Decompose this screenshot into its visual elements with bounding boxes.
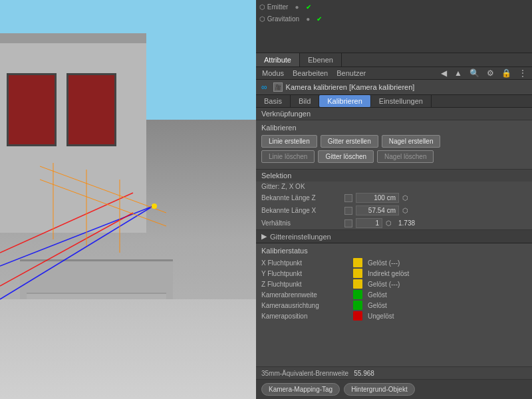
bekannte-lange-z-row: Bekannte Länge Z ⬡ — [256, 192, 532, 204]
linie-loschen-button[interactable]: Linie löschen — [261, 150, 315, 163]
linie-erstellen-button[interactable]: Linie erstellen — [261, 135, 317, 148]
y-fluchtpunkt-status: Indirekt gelöst — [368, 270, 409, 277]
kamerabrennweite-label: Kamerabrennweite — [261, 291, 348, 299]
verknupfungen-label: Verknüpfungen — [256, 108, 532, 120]
emitter-label: ⬡ Emitter — [259, 3, 288, 11]
gitter-arrow-icon: ▶ — [261, 232, 267, 241]
svg-line-1 — [0, 206, 153, 299]
kameraposition-indicator — [353, 311, 362, 321]
settings-icon[interactable]: ⚙ — [485, 68, 496, 78]
tab-attribute[interactable]: Attribute — [256, 53, 300, 66]
calibration-overlay — [0, 0, 256, 399]
kameraausrichtung-row: Kameraausrichtung Gelöst — [261, 300, 527, 311]
bearbeiten-button[interactable]: Bearbeiten — [290, 68, 331, 78]
bekannte-lange-z-stepper[interactable]: ⬡ — [402, 194, 408, 201]
kamerabrennweite-indicator — [353, 290, 362, 299]
svg-line-2 — [0, 193, 133, 253]
bekannte-lange-z-input[interactable] — [356, 193, 399, 203]
kamerabrennweite-row: Kamerabrennweite Gelöst — [261, 289, 527, 300]
verhaltnis-input[interactable] — [356, 218, 382, 228]
selektion-section: Selektion Gitter: Z, X OK Bekannte Länge… — [256, 170, 532, 230]
attribute-panel: ⬡ Emitter ● ✔ ⬡ Gravitation ● ✔ Attribut… — [256, 0, 532, 399]
kamera-mapping-tag-button[interactable]: Kamera-Mapping-Tag — [261, 383, 340, 396]
lock-icon[interactable]: 🔒 — [499, 68, 513, 78]
kameraausrichtung-label: Kameraausrichtung — [261, 302, 348, 309]
brennweite-value: 55.968 — [354, 370, 374, 377]
kamerabrennweite-status: Gelöst — [368, 291, 387, 299]
3d-viewport[interactable]: ↖ — [0, 0, 256, 399]
gitter-ok-label: Gitter: Z, X OK — [261, 183, 341, 190]
modus-button[interactable]: Modus — [259, 68, 287, 78]
object-header: ∞ 🎥 Kamera kalibrieren [Kamera kalibrier… — [256, 80, 532, 95]
object-icon: 🎥 — [273, 82, 283, 92]
selektion-title: Selektion — [256, 170, 532, 182]
calibration-point[interactable] — [152, 203, 157, 209]
kameraausrichtung-indicator — [353, 301, 362, 310]
sub-tab-kalibrieren[interactable]: Kalibrieren — [319, 95, 371, 107]
gitter-label: Gittereinstellungen — [270, 233, 331, 241]
bekannte-lange-x-input[interactable] — [356, 205, 399, 215]
y-fluchtpunkt-label: Y Fluchtpunkt — [261, 270, 348, 277]
benutzer-button[interactable]: Benutzer — [334, 68, 368, 78]
bottom-buttons: Kamera-Mapping-Tag Hintergrund-Objekt — [256, 380, 532, 399]
svg-line-0 — [0, 206, 153, 266]
gitter-loschen-button[interactable]: Gitter löschen — [318, 150, 374, 163]
back-icon[interactable]: ◀ — [439, 68, 449, 78]
hintergrund-objekt-button[interactable]: Hintergrund-Objekt — [344, 383, 414, 396]
kameraposition-row: Kameraposition Ungelöst — [261, 311, 527, 321]
bekannte-lange-x-label: Bekannte Länge X — [261, 207, 341, 214]
x-fluchtpunkt-label: X Fluchtpunkt — [261, 259, 348, 267]
nagel-loschen-button[interactable]: Nagel löschen — [377, 150, 434, 163]
verhaltnis-checkbox[interactable] — [344, 219, 352, 227]
z-fluchtpunkt-label: Z Fluchtpunkt — [261, 281, 348, 288]
cal-buttons-row1: Linie erstellen Gitter erstellen Nagel e… — [261, 135, 527, 148]
verhaltnis-stepper[interactable]: ⬡ — [386, 219, 392, 227]
scene-objects-strip: ⬡ Emitter ● ✔ ⬡ Gravitation ● ✔ — [256, 0, 532, 53]
kalibrieren-title: Kalibrieren — [261, 124, 527, 132]
verhaltnis-label: Verhältnis — [261, 219, 341, 227]
z-fluchtpunkt-indicator — [353, 279, 362, 289]
bekannte-lange-x-checkbox[interactable] — [344, 207, 352, 215]
verhaltnis-row: Verhältnis ⬡ 1.738 — [256, 217, 532, 229]
kameraausrichtung-status: Gelöst — [368, 302, 387, 309]
svg-line-3 — [0, 213, 133, 286]
toolbar: Modus Bearbeiten Benutzer ◀ ▲ 🔍 ⚙ 🔒 ⋮ — [256, 67, 532, 80]
x-fluchtpunkt-row: X Fluchtpunkt Gelöst (---) — [261, 257, 527, 268]
gravitation-label: ⬡ Gravitation — [259, 15, 299, 23]
bekannte-lange-x-stepper[interactable]: ⬡ — [402, 207, 408, 214]
verhaltnis-value: 1.738 — [398, 219, 415, 227]
object-title: Kamera kalibrieren [Kamera kalibrieren] — [286, 83, 415, 91]
bekannte-lange-z-checkbox[interactable] — [344, 194, 352, 202]
x-fluchtpunkt-indicator — [353, 258, 362, 267]
search-icon[interactable]: 🔍 — [467, 68, 481, 78]
y-fluchtpunkt-indicator — [353, 269, 362, 278]
kalibrieren-section: Kalibrieren Linie erstellen Gitter erste… — [256, 120, 532, 170]
bekannte-lange-z-label: Bekannte Länge Z — [261, 194, 341, 201]
kalibrierstatus-title: Kalibrierstatus — [261, 247, 527, 255]
infinity-icon: ∞ — [261, 82, 267, 92]
brennweite-row: 35mm-Äquivalent-Brennweite 55.968 — [256, 367, 532, 380]
forward-icon[interactable]: ▲ — [452, 68, 464, 78]
x-fluchtpunkt-status: Gelöst (---) — [368, 259, 400, 267]
svg-line-5 — [40, 180, 166, 226]
gitter-ok-row: Gitter: Z, X OK — [256, 182, 532, 192]
sub-tab-einstellungen[interactable]: Einstellungen — [371, 95, 432, 107]
sub-tab-basis[interactable]: Basis — [256, 95, 291, 107]
status-section: Kalibrierstatus X Fluchtpunkt Gelöst (--… — [256, 243, 532, 367]
z-fluchtpunkt-status: Gelöst (---) — [368, 281, 400, 288]
main-tabs: Attribute Ebenen — [256, 53, 532, 67]
cal-buttons-row2: Linie löschen Gitter löschen Nagel lösch… — [261, 150, 527, 163]
sub-tabs: Basis Bild Kalibrieren Einstellungen — [256, 95, 532, 108]
kameraposition-status: Ungelöst — [368, 313, 394, 320]
bekannte-lange-x-row: Bekannte Länge X ⬡ — [256, 204, 532, 217]
tab-ebenen[interactable]: Ebenen — [300, 53, 342, 66]
nagel-erstellen-button[interactable]: Nagel erstellen — [382, 135, 441, 148]
z-fluchtpunkt-row: Z Fluchtpunkt Gelöst (---) — [261, 279, 527, 289]
more-icon[interactable]: ⋮ — [517, 68, 529, 78]
sub-tab-bild[interactable]: Bild — [291, 95, 319, 107]
gitter-erstellen-button[interactable]: Gitter erstellen — [321, 135, 378, 148]
brennweite-label: 35mm-Äquivalent-Brennweite — [261, 370, 348, 377]
y-fluchtpunkt-row: Y Fluchtpunkt Indirekt gelöst — [261, 268, 527, 279]
gittereinstellungen-section[interactable]: ▶ Gittereinstellungen — [256, 230, 532, 243]
kameraposition-label: Kameraposition — [261, 313, 348, 320]
